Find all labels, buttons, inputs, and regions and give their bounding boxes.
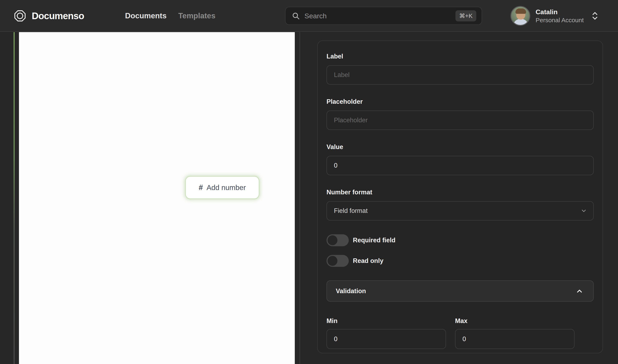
account-menu[interactable]: Catalin Personal Account	[511, 0, 598, 32]
label-heading: Label	[326, 52, 594, 60]
search-placeholder: Search	[305, 12, 456, 20]
document-panel-divider	[299, 32, 300, 364]
nav-link-templates[interactable]: Templates	[178, 12, 215, 20]
read-only-row: Read only	[326, 255, 594, 267]
value-input[interactable]	[326, 156, 594, 175]
brand-name: Documenso	[32, 10, 84, 21]
min-input[interactable]	[326, 329, 446, 349]
placeholder-heading: Placeholder	[326, 98, 594, 106]
min-heading: Min	[326, 317, 446, 325]
field-settings-panel: Label Placeholder Value Number format Fi…	[317, 40, 603, 353]
max-input[interactable]	[455, 329, 575, 349]
nav-link-documents[interactable]: Documents	[125, 12, 166, 20]
account-text: Catalin Personal Account	[536, 8, 584, 24]
max-column: Max	[455, 317, 575, 349]
account-name: Catalin	[536, 8, 584, 16]
minmax-row: Min Max	[326, 317, 594, 349]
field-format-selected-value: Field format	[334, 207, 368, 215]
account-type: Personal Account	[536, 17, 584, 24]
search-icon	[292, 12, 300, 20]
search-shortcut-badge: ⌘+K	[456, 10, 476, 21]
field-format-select[interactable]: Field format	[326, 201, 594, 221]
hash-icon: #	[199, 183, 203, 192]
add-number-field-button[interactable]: # Add number	[185, 176, 259, 199]
documenso-logo-icon	[13, 10, 26, 22]
min-column: Min	[326, 317, 446, 349]
top-navbar: Documenso Documents Templates Search ⌘+K…	[0, 0, 618, 32]
required-field-label: Required field	[353, 236, 396, 244]
chevron-down-icon	[580, 208, 587, 214]
read-only-label: Read only	[353, 257, 383, 265]
validation-section-toggle[interactable]: Validation	[326, 280, 594, 302]
max-heading: Max	[455, 317, 575, 325]
avatar	[511, 6, 530, 26]
value-heading: Value	[326, 143, 594, 151]
validation-heading: Validation	[336, 287, 366, 295]
required-field-toggle[interactable]	[326, 234, 349, 246]
number-format-heading: Number format	[326, 188, 594, 196]
placeholder-input[interactable]	[326, 111, 594, 130]
progress-rail	[13, 32, 15, 364]
label-input[interactable]	[326, 65, 594, 85]
required-field-row: Required field	[326, 234, 594, 246]
read-only-toggle[interactable]	[326, 255, 349, 267]
search-input[interactable]: Search ⌘+K	[285, 7, 482, 25]
chevron-up-icon	[576, 287, 583, 295]
add-number-label: Add number	[207, 183, 246, 192]
chevron-up-down-icon	[591, 11, 598, 21]
brand[interactable]: Documenso	[13, 0, 84, 32]
nav-links: Documents Templates	[125, 0, 215, 32]
